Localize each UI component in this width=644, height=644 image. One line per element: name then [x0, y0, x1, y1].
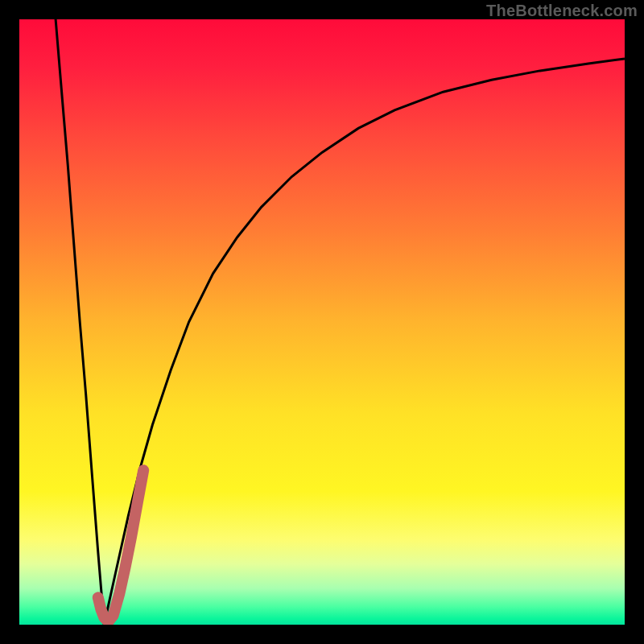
bottleneck-curve-right: [104, 59, 625, 625]
plot-area: [19, 19, 625, 625]
outer-frame: TheBottleneck.com: [0, 0, 644, 644]
watermark-text: TheBottleneck.com: [486, 2, 638, 20]
bottleneck-curve-left: [56, 19, 104, 625]
curve-layer: [19, 19, 625, 625]
